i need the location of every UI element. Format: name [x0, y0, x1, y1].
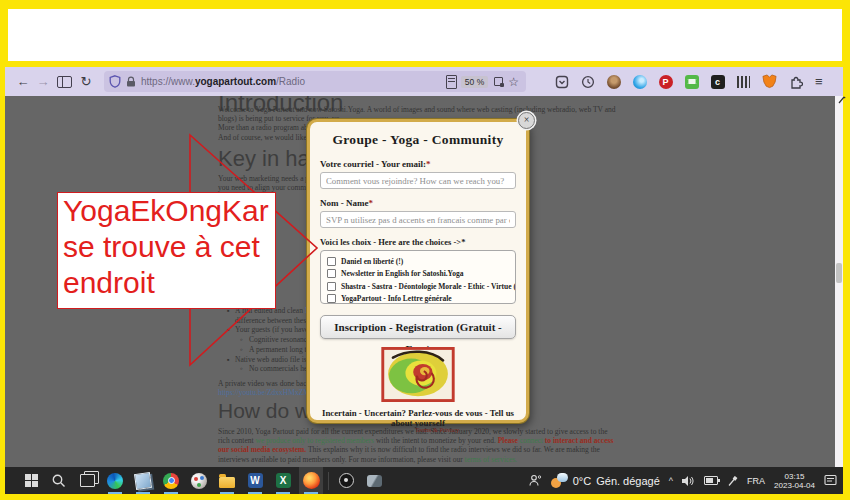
pay-text-red: our social media ecosystem. [218, 445, 306, 454]
checkbox[interactable] [327, 294, 336, 303]
choice-row: Shastra - Sastra - Déontologie Morale - … [327, 280, 509, 293]
people-icon[interactable] [529, 474, 542, 487]
notes-app-icon [134, 471, 152, 489]
page-scrollbar[interactable] [835, 96, 843, 467]
pen-cursor-icon [838, 96, 846, 104]
avatar-extension-icon[interactable] [606, 74, 621, 89]
yellow-frame-right [843, 67, 850, 500]
back-button[interactable]: ← [13, 74, 33, 89]
language-indicator[interactable]: FRA [747, 476, 765, 486]
extensions-puzzle-icon[interactable] [788, 74, 803, 89]
pay-text: interviews available to paid members onl… [218, 455, 465, 464]
taskbar-word-button[interactable]: W [243, 467, 267, 494]
newsletter-modal: × Groupe - Yoga - Community Votre courri… [307, 119, 529, 423]
forward-button[interactable]: → [33, 74, 53, 89]
spiral-painting-image [381, 347, 455, 402]
scrollbar-thumb[interactable] [836, 263, 842, 283]
weather-widget[interactable]: 0°C Gén. dégagé [551, 473, 660, 488]
cable-icon[interactable] [727, 475, 738, 487]
taskbar-gray-app-button[interactable] [362, 467, 386, 494]
gray-app-icon [367, 475, 382, 487]
checkbox[interactable] [327, 269, 336, 278]
tray-time: 03:15 [774, 472, 815, 481]
close-icon[interactable]: × [518, 112, 535, 129]
email-label: Votre courriel - Your email:* [320, 159, 516, 169]
tracking-shield-icon[interactable] [109, 75, 121, 88]
pinterest-icon[interactable]: P [658, 74, 673, 89]
tray-date: 2023-04-04 [774, 481, 815, 490]
battery-icon[interactable] [704, 476, 718, 485]
modal-footer-text: Incertain - Uncertain? Parlez-vous de vo… [320, 408, 516, 428]
history-clock-icon[interactable] [580, 74, 595, 89]
reader-mode-icon[interactable] [446, 75, 457, 89]
taskbar-search-button[interactable] [47, 467, 71, 494]
taskbar-firefox-button[interactable] [299, 467, 323, 494]
speaker-icon[interactable] [682, 475, 695, 487]
pay-text: Since 2010, Yoga Partout paid for all th… [218, 427, 608, 436]
url-text[interactable]: https://www.yogapartout.com/Radio [141, 76, 446, 87]
choice-row: Daniel en liberté (!) [327, 255, 509, 268]
blue-c-extension-icon[interactable] [632, 74, 647, 89]
taskbar-explorer-button[interactable] [215, 467, 239, 494]
taskbar-recorder-button[interactable] [334, 467, 358, 494]
members-link[interactable]: we produce only to registered members [256, 436, 375, 445]
choice-label: Newsletter in English for Satoshi.Yoga [341, 269, 463, 278]
clock-widget[interactable]: 03:15 2023-04-04 [774, 472, 815, 490]
bookmark-star-icon[interactable]: ☆ [508, 75, 519, 89]
taskbar-edge-button[interactable] [103, 467, 127, 494]
lock-icon[interactable] [125, 76, 137, 88]
firefox-icon [303, 472, 320, 489]
zoom-level-badge[interactable]: 50 % [461, 76, 488, 88]
windows-taskbar: W X 0°C Gén. dégagé ^ FRA 03:15 2023-04-… [5, 467, 843, 494]
reload-button[interactable]: ↻ [76, 74, 96, 89]
cent-extension-icon[interactable]: c [710, 74, 725, 89]
choice-row: YogaPartout - Info Lettre générale [327, 293, 509, 305]
notification-center-icon[interactable] [824, 474, 837, 487]
name-label: Nom - Name* [320, 198, 516, 208]
pay-line: our social media ecosystem. This explain… [218, 445, 818, 454]
connect-link[interactable]: connect [520, 436, 543, 445]
start-button[interactable] [19, 467, 43, 494]
chrome-icon [163, 473, 179, 489]
modal-title: Groupe - Yoga - Community [320, 131, 516, 148]
pocket-icon[interactable] [554, 74, 569, 89]
robot-extension-icon[interactable] [684, 74, 699, 89]
taskbar-paint-app-button[interactable] [187, 467, 211, 494]
sidebar-toggle-icon[interactable] [57, 76, 72, 88]
metamask-fox-icon[interactable] [762, 74, 777, 89]
screenshot-root: ← → ↻ https://www.yogapartout.com/Radio … [0, 0, 850, 500]
pay-paragraph: Since 2010, Yoga Partout paid for all th… [218, 427, 818, 464]
taskbar-chrome-button[interactable] [159, 467, 183, 494]
taskbar-notes-app-button[interactable] [131, 467, 155, 494]
taskbar-excel-button[interactable]: X [271, 467, 295, 494]
task-view-button[interactable] [75, 467, 99, 494]
terms-of-services-link[interactable]: terms of services. [465, 455, 518, 464]
record-icon [339, 473, 354, 488]
register-button[interactable]: Inscription - Registration (Gratuit - Fr… [320, 315, 516, 339]
choices-label-text: Voici les choix - Here are the choices -… [320, 237, 461, 247]
translate-icon[interactable] [494, 77, 504, 87]
choices-group: Daniel en liberté (!) Newsletter in Engl… [320, 250, 516, 304]
tray-chevron-up-icon[interactable]: ^ [669, 476, 673, 486]
required-mark: * [426, 159, 431, 169]
choice-row: Newsletter in English for Satoshi.Yoga [327, 268, 509, 281]
weather-desc: Gén. dégagé [596, 475, 660, 487]
bars-extension-icon[interactable] [736, 74, 751, 89]
name-field[interactable] [320, 211, 516, 228]
email-field[interactable] [320, 172, 516, 189]
taskbar-separator [328, 472, 329, 490]
checkbox[interactable] [327, 282, 336, 291]
checkbox[interactable] [327, 257, 336, 266]
yellow-frame-bottom [0, 494, 850, 500]
pay-line: interviews available to paid members onl… [218, 455, 818, 464]
word-icon: W [248, 473, 263, 488]
bullet-marker: ◦ [240, 364, 243, 374]
bullet-marker: ▪ [227, 355, 230, 365]
extension-row: P c [554, 74, 803, 89]
page-content: Introduction Welcome to Yoga Partout and… [5, 96, 835, 467]
pay-text-red: to interact and access [543, 436, 613, 445]
pay-text-red: Please [498, 436, 520, 445]
hamburger-menu-icon[interactable]: ≡ [815, 74, 823, 89]
pay-line: Since 2010, Yoga Partout paid for all th… [218, 427, 818, 436]
url-bar[interactable]: https://www.yogapartout.com/Radio 50 % ☆ [104, 71, 526, 92]
